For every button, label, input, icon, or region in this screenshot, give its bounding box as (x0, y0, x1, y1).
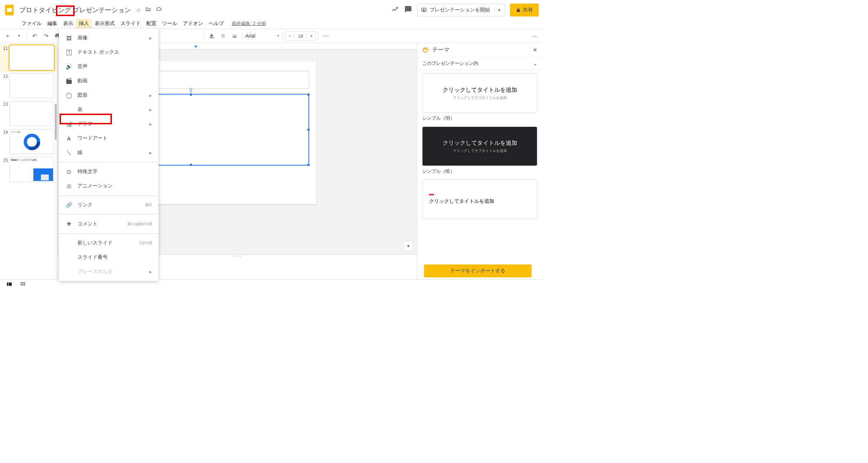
theme-card-title: クリックしてタイトルを追加 (443, 86, 517, 94)
grid-view-icon[interactable] (20, 282, 26, 288)
slide-thumb-15[interactable]: 15 製品紹介: ここにテキストを挿入 (0, 156, 57, 184)
more-tools-button[interactable]: ⋯ (321, 30, 331, 41)
svg-rect-1 (7, 8, 12, 12)
font-size-value[interactable]: 18 (294, 33, 307, 39)
submenu-arrow-icon: ▶ (149, 94, 152, 97)
cloud-status-icon[interactable] (155, 6, 162, 14)
svg-rect-10 (9, 282, 12, 286)
slide-number: 14 (1, 129, 8, 135)
resize-handle[interactable] (189, 163, 192, 166)
menu-file[interactable]: ファイル (19, 19, 44, 28)
svg-rect-12 (22, 282, 23, 283)
menu-tools[interactable]: ツール (159, 19, 180, 28)
new-slide-button[interactable]: ＋ (2, 30, 13, 41)
share-button[interactable]: 共有 (510, 4, 539, 16)
submenu-arrow-icon: ▶ (149, 122, 152, 126)
font-selector[interactable]: Arial▼ (245, 32, 280, 40)
collapse-toolbar-icon[interactable]: ︿ (529, 30, 540, 41)
theme-card-light[interactable]: クリックしてタイトルを追加 クリックしてサブタイトルを追加 (422, 73, 537, 113)
theme-card-accent[interactable]: クリックしてタイトルを追加 (422, 180, 537, 219)
undo-button[interactable]: ↶ (29, 30, 40, 41)
dd-wordart[interactable]: Aワードアート (59, 131, 159, 145)
slide-number: 13 (1, 101, 8, 107)
dd-shape[interactable]: ◯図形▶ (59, 88, 159, 102)
theme-card-subtitle: クリックしてサブタイトルを追加 (453, 95, 507, 100)
font-size-increase[interactable]: + (307, 33, 316, 39)
indent-marker-icon[interactable]: ▼ (194, 44, 198, 49)
dd-special-chars[interactable]: Ω特殊文字 (59, 164, 159, 179)
svg-rect-13 (24, 282, 25, 283)
menu-arrange[interactable]: 配置 (143, 19, 159, 28)
submenu-arrow-icon: ▶ (149, 108, 152, 112)
resize-handle[interactable] (189, 93, 192, 96)
insert-dropdown: 🖼画像▶ 🅃テキスト ボックス 🔊音声 🎬動画 ◯図形▶ 表▶ 📊グラフ▶ Aワ… (59, 29, 159, 281)
star-icon[interactable]: ☆ (136, 7, 141, 14)
shape-icon: ◯ (65, 92, 72, 99)
menu-slide[interactable]: スライド (118, 19, 143, 28)
theme-section-label: このプレゼンテーション内 (422, 60, 478, 67)
redo-button[interactable]: ↷ (41, 30, 51, 41)
new-slide-dropdown-icon[interactable]: ▼ (14, 30, 24, 41)
svg-point-8 (426, 49, 427, 49)
shortcut-label: Ctrl+M (139, 240, 152, 245)
dd-slide-number[interactable]: スライド番号 (59, 250, 159, 264)
drag-handle-icon[interactable]: • • • (232, 254, 242, 258)
dd-textbox[interactable]: 🅃テキスト ボックス (59, 45, 159, 59)
filmstrip-view-icon[interactable] (6, 282, 12, 288)
explore-button[interactable]: ✦ (403, 241, 413, 251)
font-size-decrease[interactable]: − (286, 33, 294, 39)
theme-section-toggle[interactable]: このプレゼンテーション内 ⌄ (417, 57, 542, 70)
menu-view[interactable]: 表示 (60, 19, 76, 28)
menu-addons[interactable]: アドオン (180, 19, 206, 28)
dd-animation[interactable]: ◎アニメーション (59, 179, 159, 193)
move-to-folder-icon[interactable] (145, 6, 151, 14)
slide-thumb-14[interactable]: 14 サイクル図 (0, 128, 57, 156)
import-theme-button[interactable]: テーマをインポートする (424, 264, 532, 277)
palette-icon (422, 47, 429, 53)
comment-history-icon[interactable] (404, 5, 412, 15)
border-weight-button[interactable] (229, 30, 240, 41)
svg-point-6 (424, 49, 424, 50)
dd-new-slide[interactable]: 新しいスライドCtrl+M (59, 236, 159, 250)
dd-table[interactable]: 表▶ (59, 102, 159, 117)
fill-color-button[interactable] (206, 30, 217, 41)
line-icon: ＼ (65, 149, 72, 156)
chevron-down-icon: ⌄ (533, 61, 537, 66)
resize-handle[interactable] (307, 163, 310, 166)
thumb-label: 製品紹介: ここにテキストを挿入 (11, 159, 52, 161)
svg-rect-14 (20, 284, 22, 285)
scrollbar-thumb[interactable] (55, 104, 57, 140)
dd-line[interactable]: ＼線▶ (59, 145, 159, 160)
close-icon[interactable]: ✕ (533, 47, 537, 53)
slides-logo[interactable] (2, 3, 16, 17)
resize-handle[interactable] (307, 93, 310, 96)
menu-edit[interactable]: 編集 (44, 19, 60, 28)
slide-thumb-13[interactable]: 13 (0, 100, 57, 128)
menu-format[interactable]: 表示形式 (92, 19, 118, 28)
resize-handle[interactable] (307, 128, 310, 131)
border-color-button[interactable] (218, 30, 228, 41)
slide-panel: 11 12 13 14 サイクル図 15 製品紹介: ここにテキストを挿入 (0, 43, 57, 280)
share-label: 共有 (523, 7, 533, 13)
dd-audio[interactable]: 🔊音声 (59, 59, 159, 74)
rotate-handle[interactable] (189, 88, 192, 91)
slide-thumb-11[interactable]: 11 (0, 44, 57, 72)
dd-video[interactable]: 🎬動画 (59, 74, 159, 88)
dd-image[interactable]: 🖼画像▶ (59, 31, 159, 45)
wordart-icon: A (65, 135, 72, 142)
dd-link[interactable]: 🔗リンク⌘K (59, 198, 159, 212)
menu-insert[interactable]: 挿入 (76, 19, 92, 28)
video-icon: 🎬 (65, 78, 72, 84)
last-edit-link[interactable]: 最終編集: 2 分前 (232, 20, 266, 27)
theme-card-dark[interactable]: クリックしてタイトルを追加 クリックしてサブタイトルを追加 (422, 127, 537, 166)
dd-chart[interactable]: 📊グラフ▶ (59, 117, 159, 131)
present-button[interactable]: プレゼンテーションを開始 ▼ (417, 4, 505, 16)
menu-help[interactable]: ヘルプ (206, 19, 227, 28)
present-dropdown-icon[interactable]: ▼ (494, 8, 501, 12)
animation-icon: ◎ (65, 183, 72, 189)
activity-icon[interactable] (391, 5, 399, 15)
submenu-arrow-icon: ▶ (149, 270, 152, 274)
doc-title[interactable]: プロトタイピング プレゼンテーション (18, 6, 132, 14)
dd-comment[interactable]: ✚コメント⌘+option+M (59, 217, 159, 231)
slide-thumb-12[interactable]: 12 (0, 72, 57, 100)
